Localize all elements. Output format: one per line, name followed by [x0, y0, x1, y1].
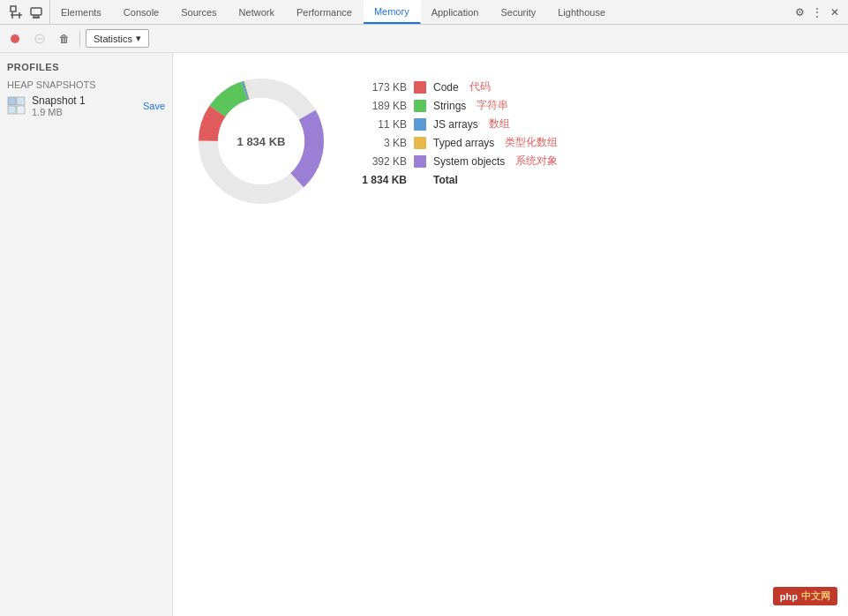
- snapshot-name: Snapshot 1: [32, 94, 138, 107]
- legend-label-cn-system: 系统对象: [515, 154, 558, 169]
- legend-label-cn-code: 代码: [469, 79, 491, 94]
- inspect-icon[interactable]: [9, 4, 25, 20]
- tab-performance[interactable]: Performance: [286, 0, 364, 24]
- tab-console[interactable]: Console: [113, 0, 170, 24]
- legend-row-jsarrays: 11 KB JS arrays 数组: [358, 116, 558, 131]
- php-badge-cn: 中文网: [801, 590, 830, 603]
- legend-label-cn-jsarrays: 数组: [489, 116, 510, 131]
- legend-kb-jsarrays: 11 KB: [358, 118, 407, 131]
- snapshot-info: Snapshot 1 1.9 MB: [32, 94, 138, 117]
- close-icon[interactable]: ✕: [827, 4, 843, 20]
- divider: [79, 31, 80, 47]
- legend-color-code: [414, 81, 426, 94]
- tab-elements[interactable]: Elements: [50, 0, 113, 24]
- sidebar: Profiles HEAP SNAPSHOTS Snapshot 1 1.9 M…: [0, 53, 173, 616]
- settings-icon[interactable]: ⚙: [792, 4, 807, 20]
- legend-label-jsarrays: JS arrays: [433, 118, 478, 131]
- legend-row-system: 392 KB System objects 系统对象: [358, 154, 558, 169]
- tab-network[interactable]: Network: [229, 0, 286, 24]
- more-icon[interactable]: ⋮: [809, 4, 825, 20]
- memory-toolbar: 🗑 Statistics ▾: [0, 25, 848, 53]
- legend-label-strings: Strings: [433, 100, 466, 112]
- php-badge: php 中文网: [773, 587, 837, 605]
- delete-btn[interactable]: 🗑: [55, 29, 74, 49]
- main-layout: Profiles HEAP SNAPSHOTS Snapshot 1 1.9 M…: [0, 53, 848, 616]
- legend-total-row: 1 834 KB Total: [358, 174, 558, 186]
- tab-bar: Elements Console Sources Network Perform…: [0, 0, 848, 25]
- legend-label-system: System objects: [433, 155, 505, 168]
- stop-record-btn[interactable]: [30, 29, 49, 49]
- legend-color-typed: [414, 137, 426, 149]
- legend-row-typed: 3 KB Typed arrays 类型化数组: [358, 135, 558, 150]
- devtools-icons: [4, 0, 50, 24]
- legend-color-jsarrays: [414, 118, 426, 131]
- legend-total-kb: 1 834 KB: [358, 174, 407, 186]
- content-area: 1 834 KB 173 KB Code 代码 189 KB Strings 字…: [173, 53, 848, 616]
- save-link[interactable]: Save: [143, 101, 165, 111]
- heap-snapshots-title: HEAP SNAPSHOTS: [0, 76, 172, 92]
- svg-rect-0: [11, 6, 16, 11]
- legend-label-cn-typed: 类型化数组: [505, 135, 558, 150]
- php-badge-text: php: [780, 591, 798, 602]
- legend-kb-code: 173 KB: [358, 81, 407, 94]
- stats-container: 1 834 KB 173 KB Code 代码 189 KB Strings 字…: [191, 71, 830, 212]
- legend-kb-system: 392 KB: [358, 155, 407, 168]
- tabs-container: Elements Console Sources Network Perform…: [50, 0, 786, 24]
- device-icon[interactable]: [28, 4, 44, 20]
- legend-row-code: 173 KB Code 代码: [358, 79, 558, 94]
- legend-kb-strings: 189 KB: [358, 100, 407, 112]
- svg-point-7: [11, 34, 19, 43]
- legend-label-typed: Typed arrays: [433, 137, 494, 149]
- tab-lighthouse[interactable]: Lighthouse: [547, 0, 617, 24]
- tab-application[interactable]: Application: [421, 0, 491, 24]
- snapshot-icon: [7, 96, 26, 116]
- legend-row-strings: 189 KB Strings 字符串: [358, 98, 558, 113]
- profiles-title: Profiles: [0, 53, 172, 76]
- statistics-dropdown[interactable]: Statistics ▾: [86, 29, 149, 48]
- tab-memory[interactable]: Memory: [364, 0, 421, 24]
- svg-rect-12: [8, 106, 16, 114]
- legend-total-label: Total: [433, 174, 458, 186]
- legend: 173 KB Code 代码 189 KB Strings 字符串 11 KB …: [358, 71, 558, 186]
- legend-label-cn-strings: 字符串: [477, 98, 508, 113]
- legend-color-strings: [414, 100, 426, 112]
- snapshot-item[interactable]: Snapshot 1 1.9 MB Save: [0, 92, 172, 120]
- donut-chart: 1 834 KB: [191, 71, 332, 212]
- donut-center-label: 1 834 KB: [237, 135, 286, 148]
- svg-rect-4: [31, 8, 41, 15]
- svg-rect-10: [8, 97, 16, 105]
- header-right-icons: ⚙ ⋮ ✕: [786, 4, 848, 20]
- svg-rect-11: [17, 97, 25, 105]
- legend-label-code: Code: [433, 81, 459, 94]
- legend-color-system: [414, 155, 426, 168]
- legend-kb-typed: 3 KB: [358, 137, 407, 149]
- tab-security[interactable]: Security: [490, 0, 547, 24]
- record-circle-btn[interactable]: [5, 29, 25, 49]
- svg-rect-13: [17, 106, 25, 114]
- tab-sources[interactable]: Sources: [170, 0, 228, 24]
- snapshot-size: 1.9 MB: [32, 107, 138, 117]
